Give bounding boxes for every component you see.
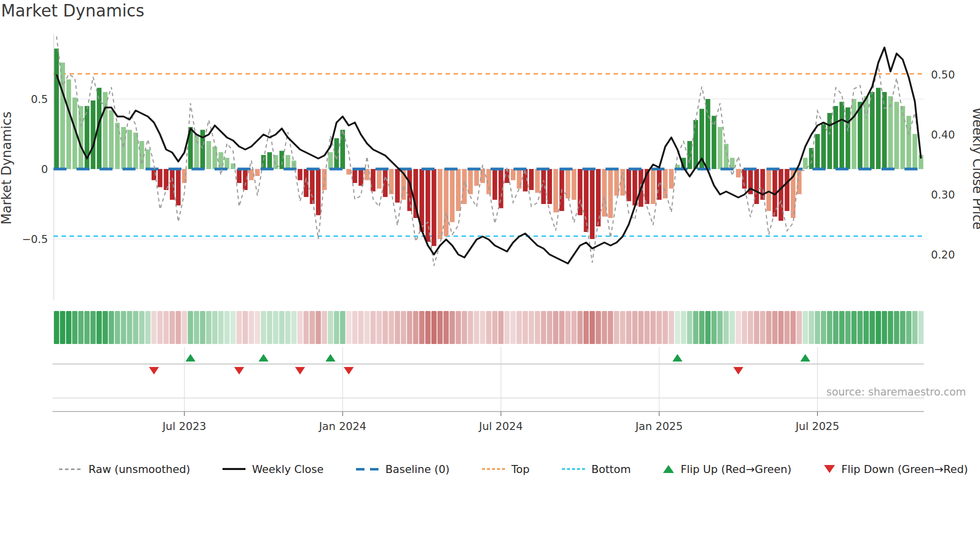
legend-label: Bottom bbox=[592, 463, 631, 476]
raw-line-layer bbox=[56, 36, 921, 266]
heatmap-cell bbox=[736, 311, 741, 344]
indicator-bar bbox=[870, 92, 874, 169]
indicator-bar bbox=[590, 169, 594, 239]
heatmap-cell bbox=[693, 311, 698, 344]
indicator-bars-layer bbox=[54, 48, 923, 246]
indicator-bar bbox=[280, 151, 284, 169]
heatmap-cell bbox=[681, 311, 686, 344]
indicator-bar bbox=[328, 152, 332, 169]
heatmap-cell bbox=[310, 311, 315, 344]
heatmap-cell bbox=[620, 311, 626, 344]
indicator-bar bbox=[809, 148, 814, 169]
heatmap-cell bbox=[285, 311, 290, 344]
indicator-bar bbox=[310, 169, 314, 204]
heatmap-cell bbox=[724, 311, 729, 344]
heatmap-cell bbox=[742, 311, 748, 344]
left-tick-label: 0 bbox=[41, 163, 48, 176]
indicator-bar bbox=[669, 169, 674, 188]
heatmap-cell bbox=[699, 311, 704, 344]
x-tick-label: Jan 2024 bbox=[318, 420, 366, 432]
indicator-bar bbox=[736, 169, 740, 178]
heatmap-cell bbox=[127, 311, 132, 344]
heatmap-cell bbox=[608, 311, 614, 344]
x-tick-label: Jan 2025 bbox=[634, 420, 683, 432]
heatmap-cell bbox=[584, 311, 589, 344]
heatmap-cell bbox=[790, 311, 796, 344]
heatmap-cell bbox=[553, 311, 558, 344]
indicator-bar bbox=[492, 169, 497, 200]
indicator-bar bbox=[352, 169, 357, 183]
indicator-bar bbox=[261, 155, 266, 169]
heatmap-cell bbox=[705, 311, 710, 344]
heatmap-cell bbox=[358, 311, 364, 344]
indicator-bar bbox=[688, 141, 692, 169]
heatmap-cell bbox=[474, 311, 480, 344]
heatmap-cell bbox=[158, 311, 163, 344]
heatmap-cell bbox=[858, 311, 863, 344]
legend-marker-dot-cyan-icon bbox=[562, 468, 585, 470]
heatmap-cell bbox=[139, 311, 144, 344]
indicator-bar bbox=[608, 169, 612, 218]
indicator-bar bbox=[84, 106, 89, 169]
flip-up-marker bbox=[258, 354, 268, 362]
legend-marker-dash-blue-icon bbox=[356, 468, 379, 470]
heatmap-cell bbox=[108, 311, 114, 344]
heatmap-cell bbox=[248, 311, 254, 344]
heatmap-cell bbox=[84, 311, 90, 344]
indicator-bar bbox=[60, 62, 65, 169]
indicator-bar bbox=[858, 102, 862, 169]
heatmap-cell bbox=[486, 311, 492, 344]
weekly-close-line-layer bbox=[56, 48, 921, 264]
heatmap-cell bbox=[261, 311, 266, 344]
heatmap-cell bbox=[60, 311, 66, 344]
heatmap-cell bbox=[346, 311, 352, 344]
heatmap-cell bbox=[267, 311, 272, 344]
heatmap-cell bbox=[444, 311, 449, 344]
heatmap-cell bbox=[760, 311, 766, 344]
indicator-bar bbox=[450, 169, 454, 222]
indicator-bar bbox=[894, 102, 899, 169]
heatmap-cell bbox=[438, 311, 443, 344]
indicator-bar bbox=[103, 92, 108, 169]
indicator-bar bbox=[882, 92, 886, 169]
indicator-bar bbox=[432, 169, 436, 246]
heatmap-cell bbox=[712, 311, 717, 344]
heatmap-cell bbox=[572, 311, 577, 344]
heatmap-cell bbox=[236, 311, 242, 344]
heatmap-cell bbox=[273, 311, 278, 344]
heatmap-cell bbox=[115, 311, 120, 344]
heatmap-cell bbox=[876, 311, 881, 344]
heatmap-cell bbox=[96, 311, 102, 344]
indicator-bar bbox=[778, 169, 783, 221]
heatmap-cell bbox=[170, 311, 175, 344]
heatmap-cell bbox=[382, 311, 388, 344]
left-tick-label: −0.5 bbox=[22, 233, 48, 246]
indicator-bar bbox=[194, 134, 198, 169]
indicator-bar bbox=[182, 169, 186, 183]
heatmap-cell bbox=[72, 311, 78, 344]
indicator-bar bbox=[554, 169, 558, 212]
flip-down-marker bbox=[295, 367, 305, 374]
heatmap-cell bbox=[395, 311, 400, 344]
heatmap-cell bbox=[432, 311, 437, 344]
heatmap-cell bbox=[255, 311, 260, 344]
heatmap-cell bbox=[638, 311, 644, 344]
heatmap-cell bbox=[668, 311, 674, 344]
indicator-bar bbox=[158, 169, 162, 187]
heatmap-cell bbox=[815, 311, 820, 344]
heatmap-cell bbox=[596, 311, 601, 344]
heatmap-cell bbox=[504, 311, 510, 344]
indicator-bar bbox=[176, 169, 180, 206]
right-tick-label: 0.40 bbox=[931, 128, 955, 141]
heatmap-cell bbox=[102, 311, 108, 344]
heatmap-cell bbox=[748, 311, 754, 344]
heatmap-cell bbox=[578, 311, 583, 344]
indicator-bar bbox=[815, 134, 820, 169]
heatmap-cell bbox=[194, 311, 200, 344]
weekly-close-line bbox=[56, 48, 921, 264]
indicator-bar bbox=[517, 169, 522, 188]
heatmap-cell bbox=[522, 311, 528, 344]
flip-down-marker bbox=[734, 367, 744, 374]
legend-item-baseline: Baseline (0) bbox=[356, 463, 450, 476]
heatmap-cell bbox=[413, 311, 418, 344]
